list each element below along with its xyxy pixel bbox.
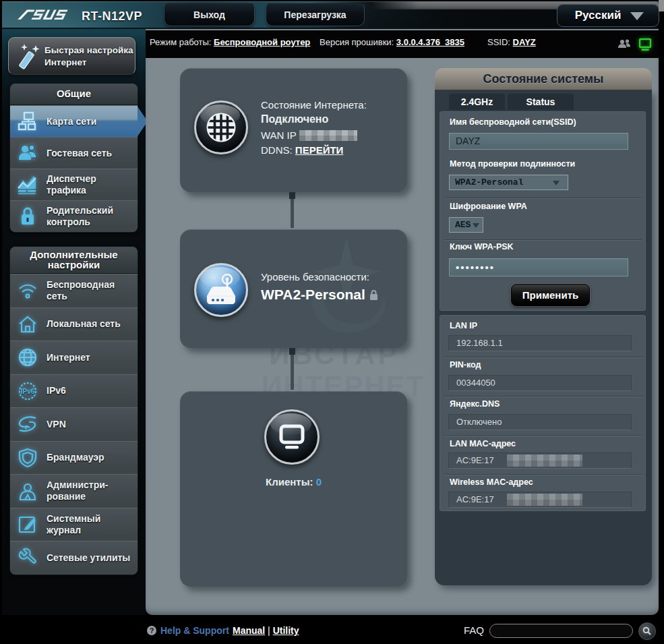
svg-text:IPv6: IPv6 [21,388,35,395]
